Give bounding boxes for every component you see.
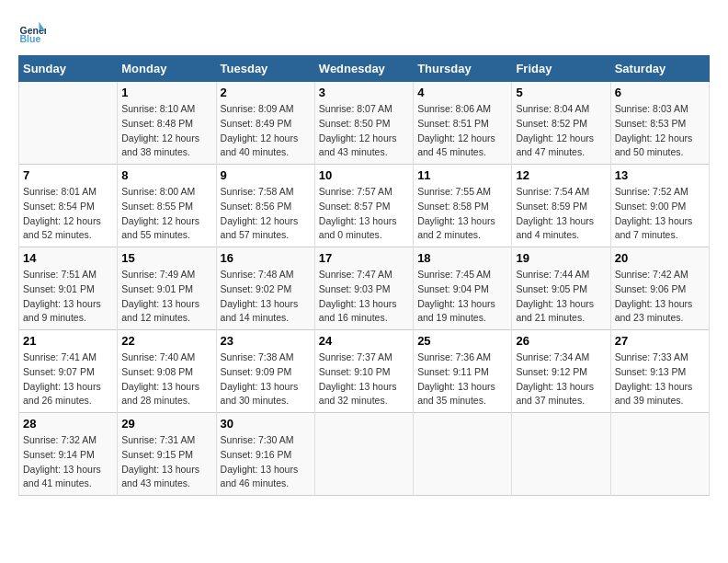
day-info: Sunrise: 8:10 AM Sunset: 8:48 PM Dayligh… <box>121 102 211 160</box>
day-info: Sunrise: 7:48 AM Sunset: 9:02 PM Dayligh… <box>221 268 311 326</box>
day-number: 8 <box>121 168 211 182</box>
day-number: 10 <box>319 168 409 182</box>
day-number: 20 <box>615 251 705 265</box>
day-cell: 3Sunrise: 8:07 AM Sunset: 8:50 PM Daylig… <box>314 82 413 165</box>
day-cell: 17Sunrise: 7:47 AM Sunset: 9:03 PM Dayli… <box>314 247 413 330</box>
day-number: 9 <box>221 168 311 182</box>
day-number: 29 <box>121 417 211 431</box>
day-number: 13 <box>615 168 705 182</box>
day-info: Sunrise: 7:52 AM Sunset: 9:00 PM Dayligh… <box>615 185 705 243</box>
day-cell: 26Sunrise: 7:34 AM Sunset: 9:12 PM Dayli… <box>512 330 610 413</box>
day-number: 30 <box>221 417 311 431</box>
day-info: Sunrise: 7:54 AM Sunset: 8:59 PM Dayligh… <box>516 185 606 243</box>
day-info: Sunrise: 7:33 AM Sunset: 9:13 PM Dayligh… <box>615 350 705 408</box>
week-row-5: 28Sunrise: 7:32 AM Sunset: 9:14 PM Dayli… <box>19 413 710 496</box>
day-number: 19 <box>516 251 606 265</box>
day-info: Sunrise: 8:00 AM Sunset: 8:55 PM Dayligh… <box>121 185 211 243</box>
day-info: Sunrise: 7:42 AM Sunset: 9:06 PM Dayligh… <box>615 268 705 326</box>
day-number: 27 <box>615 334 705 348</box>
day-info: Sunrise: 7:55 AM Sunset: 8:58 PM Dayligh… <box>417 185 507 243</box>
day-cell: 22Sunrise: 7:40 AM Sunset: 9:08 PM Dayli… <box>118 330 216 413</box>
day-number: 25 <box>417 334 507 348</box>
calendar-header: SundayMondayTuesdayWednesdayThursdayFrid… <box>19 56 710 82</box>
day-number: 4 <box>417 86 507 99</box>
header-cell-wednesday: Wednesday <box>314 56 413 82</box>
week-row-1: 1Sunrise: 8:10 AM Sunset: 8:48 PM Daylig… <box>19 82 710 165</box>
day-cell: 14Sunrise: 7:51 AM Sunset: 9:01 PM Dayli… <box>19 247 118 330</box>
day-cell: 27Sunrise: 7:33 AM Sunset: 9:13 PM Dayli… <box>610 330 709 413</box>
day-info: Sunrise: 7:30 AM Sunset: 9:16 PM Dayligh… <box>221 433 311 491</box>
day-info: Sunrise: 7:31 AM Sunset: 9:15 PM Dayligh… <box>121 433 211 491</box>
header-cell-sunday: Sunday <box>19 56 118 82</box>
day-cell: 16Sunrise: 7:48 AM Sunset: 9:02 PM Dayli… <box>216 247 314 330</box>
calendar-body: 1Sunrise: 8:10 AM Sunset: 8:48 PM Daylig… <box>19 82 710 496</box>
day-cell: 1Sunrise: 8:10 AM Sunset: 8:48 PM Daylig… <box>118 82 216 165</box>
day-cell: 13Sunrise: 7:52 AM Sunset: 9:00 PM Dayli… <box>610 165 709 247</box>
week-row-3: 14Sunrise: 7:51 AM Sunset: 9:01 PM Dayli… <box>19 247 710 330</box>
day-cell: 28Sunrise: 7:32 AM Sunset: 9:14 PM Dayli… <box>19 413 118 496</box>
day-info: Sunrise: 7:32 AM Sunset: 9:14 PM Dayligh… <box>23 433 113 491</box>
day-info: Sunrise: 8:03 AM Sunset: 8:53 PM Dayligh… <box>615 102 705 160</box>
day-number: 14 <box>23 251 113 265</box>
day-info: Sunrise: 8:04 AM Sunset: 8:52 PM Dayligh… <box>516 102 606 160</box>
page-header: General Blue <box>18 18 710 46</box>
day-number: 11 <box>417 168 507 182</box>
header-cell-thursday: Thursday <box>414 56 512 82</box>
day-cell: 11Sunrise: 7:55 AM Sunset: 8:58 PM Dayli… <box>414 165 512 247</box>
day-info: Sunrise: 8:09 AM Sunset: 8:49 PM Dayligh… <box>221 102 311 160</box>
calendar-table: SundayMondayTuesdayWednesdayThursdayFrid… <box>18 55 710 496</box>
day-cell: 12Sunrise: 7:54 AM Sunset: 8:59 PM Dayli… <box>512 165 610 247</box>
day-cell: 2Sunrise: 8:09 AM Sunset: 8:49 PM Daylig… <box>216 82 314 165</box>
day-number: 16 <box>221 251 311 265</box>
day-cell: 15Sunrise: 7:49 AM Sunset: 9:01 PM Dayli… <box>118 247 216 330</box>
day-info: Sunrise: 7:51 AM Sunset: 9:01 PM Dayligh… <box>23 268 113 326</box>
day-number: 5 <box>516 86 606 99</box>
day-info: Sunrise: 7:41 AM Sunset: 9:07 PM Dayligh… <box>23 350 113 408</box>
day-info: Sunrise: 7:37 AM Sunset: 9:10 PM Dayligh… <box>319 350 409 408</box>
day-cell <box>19 82 118 165</box>
day-info: Sunrise: 7:58 AM Sunset: 8:56 PM Dayligh… <box>221 185 311 243</box>
day-number: 12 <box>516 168 606 182</box>
week-row-2: 7Sunrise: 8:01 AM Sunset: 8:54 PM Daylig… <box>19 165 710 247</box>
day-cell: 7Sunrise: 8:01 AM Sunset: 8:54 PM Daylig… <box>19 165 118 247</box>
day-info: Sunrise: 7:45 AM Sunset: 9:04 PM Dayligh… <box>417 268 507 326</box>
day-number: 28 <box>23 417 113 431</box>
header-cell-monday: Monday <box>118 56 216 82</box>
day-number: 15 <box>121 251 211 265</box>
svg-text:Blue: Blue <box>20 33 41 44</box>
day-info: Sunrise: 7:57 AM Sunset: 8:57 PM Dayligh… <box>319 185 409 243</box>
day-cell: 5Sunrise: 8:04 AM Sunset: 8:52 PM Daylig… <box>512 82 610 165</box>
day-cell: 9Sunrise: 7:58 AM Sunset: 8:56 PM Daylig… <box>216 165 314 247</box>
day-info: Sunrise: 7:36 AM Sunset: 9:11 PM Dayligh… <box>417 350 507 408</box>
header-row: SundayMondayTuesdayWednesdayThursdayFrid… <box>19 56 710 82</box>
day-number: 18 <box>417 251 507 265</box>
day-cell <box>414 413 512 496</box>
day-number: 3 <box>319 86 409 99</box>
day-cell: 25Sunrise: 7:36 AM Sunset: 9:11 PM Dayli… <box>414 330 512 413</box>
day-info: Sunrise: 7:34 AM Sunset: 9:12 PM Dayligh… <box>516 350 606 408</box>
day-number: 2 <box>221 86 311 99</box>
day-number: 6 <box>615 86 705 99</box>
day-number: 1 <box>121 86 211 99</box>
day-cell: 30Sunrise: 7:30 AM Sunset: 9:16 PM Dayli… <box>216 413 314 496</box>
day-cell: 29Sunrise: 7:31 AM Sunset: 9:15 PM Dayli… <box>118 413 216 496</box>
day-cell: 8Sunrise: 8:00 AM Sunset: 8:55 PM Daylig… <box>118 165 216 247</box>
day-info: Sunrise: 7:38 AM Sunset: 9:09 PM Dayligh… <box>221 350 311 408</box>
day-cell <box>314 413 413 496</box>
day-number: 7 <box>23 168 113 182</box>
day-cell: 19Sunrise: 7:44 AM Sunset: 9:05 PM Dayli… <box>512 247 610 330</box>
day-cell: 4Sunrise: 8:06 AM Sunset: 8:51 PM Daylig… <box>414 82 512 165</box>
day-cell: 20Sunrise: 7:42 AM Sunset: 9:06 PM Dayli… <box>610 247 709 330</box>
day-number: 26 <box>516 334 606 348</box>
day-info: Sunrise: 7:40 AM Sunset: 9:08 PM Dayligh… <box>121 350 211 408</box>
week-row-4: 21Sunrise: 7:41 AM Sunset: 9:07 PM Dayli… <box>19 330 710 413</box>
header-cell-tuesday: Tuesday <box>216 56 314 82</box>
day-cell: 23Sunrise: 7:38 AM Sunset: 9:09 PM Dayli… <box>216 330 314 413</box>
day-info: Sunrise: 7:49 AM Sunset: 9:01 PM Dayligh… <box>121 268 211 326</box>
header-cell-friday: Friday <box>512 56 610 82</box>
day-number: 17 <box>319 251 409 265</box>
day-info: Sunrise: 7:47 AM Sunset: 9:03 PM Dayligh… <box>319 268 409 326</box>
day-cell: 10Sunrise: 7:57 AM Sunset: 8:57 PM Dayli… <box>314 165 413 247</box>
day-number: 23 <box>221 334 311 348</box>
day-cell <box>512 413 610 496</box>
